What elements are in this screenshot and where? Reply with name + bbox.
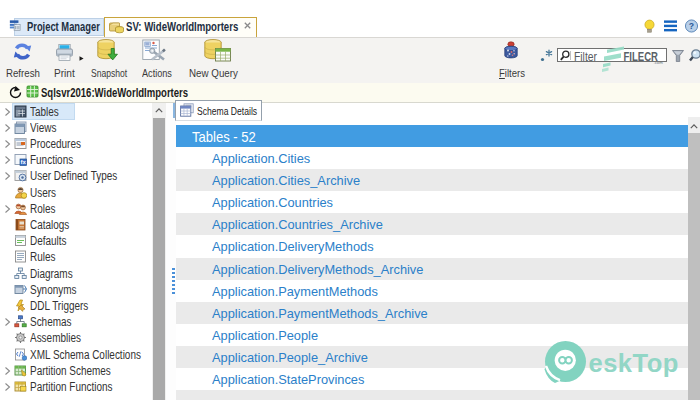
svg-text:?: ? bbox=[689, 21, 694, 31]
svg-text:fx: fx bbox=[21, 159, 27, 165]
